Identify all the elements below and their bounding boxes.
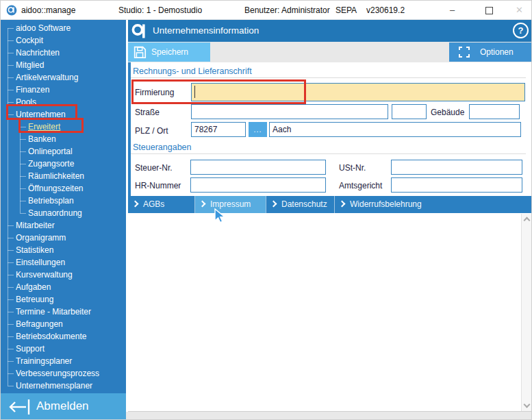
plz-lookup-button[interactable]: ... [249, 122, 267, 137]
maximize-button[interactable] [485, 7, 493, 14]
tab-widerrufsbelehrung[interactable]: Widerrufsbelehrung [335, 196, 430, 213]
sidebar-item-label: Statistiken [16, 245, 53, 255]
tab-label: Widerrufsbelehrung [350, 199, 422, 209]
steuer-nr-input[interactable] [190, 160, 326, 175]
chevron-right-icon [339, 201, 346, 208]
firmierung-input[interactable] [191, 83, 525, 101]
sidebar-item-unternehmen[interactable]: Unternehmen [1, 108, 126, 121]
scroll-down-icon[interactable] [524, 402, 531, 408]
sidebar-item-label: Saunaordnung [28, 208, 82, 218]
help-icon[interactable]: ? [513, 23, 529, 38]
sidebar-item-befragungen[interactable]: Befragungen [1, 318, 126, 330]
logout-button[interactable]: Abmelden [1, 393, 126, 420]
sidebar-item-label: aidoo Software [16, 23, 71, 33]
minimize-button[interactable]: – [450, 5, 455, 15]
app-window: aidoo::manage Studio: 1 - Demostudio Ben… [0, 0, 532, 420]
scroll-up-icon[interactable] [524, 217, 531, 224]
status-strip [126, 412, 532, 420]
sidebar-item-saunaordnung[interactable]: Saunaordnung [1, 207, 126, 219]
sidebar-item-label: Support [16, 344, 45, 354]
firmierung-label: Firmierung [135, 88, 174, 97]
tab-content[interactable] [128, 213, 532, 412]
save-button[interactable]: Speichern [128, 42, 210, 62]
sidebar-item-aufgaben[interactable]: Aufgaben [1, 281, 126, 293]
sidebar-item-onlineportal[interactable]: Onlineportal [1, 145, 126, 158]
sidebar-item-cockpit[interactable]: Cockpit [1, 34, 126, 47]
sidebar-item-label: Betriebsplan [28, 196, 74, 206]
plz-input[interactable] [191, 122, 246, 137]
sidebar-item-label: Organigramm [16, 233, 66, 243]
strasse-input[interactable] [191, 104, 388, 119]
sidebar-item-einstellungen[interactable]: Einstellungen [1, 256, 126, 269]
tab-datenschutz[interactable]: Datenschutz [266, 196, 334, 213]
mouse-cursor [214, 208, 228, 227]
sidebar-item-betreuung[interactable]: Betreuung [1, 293, 126, 306]
tab-separator [194, 196, 195, 213]
sidebar-item-label: Befragungen [16, 319, 63, 329]
sidebar-item-mitglied[interactable]: Mitglied [1, 59, 126, 71]
studio-label: Studio: 1 - Demostudio [118, 5, 202, 15]
sidebar-item-aidoo-software[interactable]: aidoo Software [1, 22, 126, 34]
sidebar-item-label: Öffnungszeiten [28, 184, 84, 193]
sidebar-item-betriebsplan[interactable]: Betriebsplan [1, 195, 126, 207]
sidebar-item-label: Pools [16, 97, 36, 107]
sidebar-item-betriebsdokumente[interactable]: Betriebsdokumente [1, 330, 126, 343]
sidebar-item-artikelverwaltung[interactable]: Artikelverwaltung [1, 71, 126, 84]
sidebar-item-pools[interactable]: Pools [1, 96, 126, 108]
page-title: Unternehmensinformation [153, 25, 259, 36]
sidebar-item-verbesserungsprozess[interactable]: Verbesserungsprozess [1, 367, 126, 380]
back-arrow-icon [6, 397, 31, 419]
hr-nummer-input[interactable] [190, 177, 326, 193]
sidebar-item-label: Betriebsdokumente [16, 332, 86, 341]
ort-input[interactable] [269, 122, 521, 137]
sidebar-item-label: Finanzen [16, 85, 49, 95]
sidebar-item-label: Betreuung [16, 295, 53, 304]
sidebar-item-termine-mitarbeiter[interactable]: Termine - Mitarbeiter [1, 306, 126, 318]
gebaeude-input[interactable] [469, 104, 520, 119]
ust-nr-label: USt-Nr. [339, 163, 366, 173]
page-header: Unternehmensinformation ? [128, 20, 532, 42]
app-title: aidoo::manage [21, 5, 75, 15]
steuer-nr-label: Steuer-Nr. [135, 163, 173, 173]
version-label: v230619.2 [366, 5, 405, 15]
tab-agbs[interactable]: AGBs [128, 196, 194, 213]
strasse-label: Straße [135, 108, 160, 117]
sidebar-item-mitarbeiter[interactable]: Mitarbeiter [1, 219, 126, 232]
tab-bar: AGBsImpressumDatenschutzWiderrufsbelehru… [128, 196, 532, 213]
sidebar-item-label: Erweitert [28, 122, 60, 132]
sidebar-item-erweitert[interactable]: Erweitert [1, 121, 126, 133]
gebaeude-label: Gebäude [431, 108, 464, 117]
sidebar-item-label: Trainingsplaner [16, 356, 72, 366]
section-title-tax: Steuerangaben [133, 143, 192, 152]
sidebar-item-öffnungszeiten[interactable]: Öffnungszeiten [1, 182, 126, 195]
sidebar-item-support[interactable]: Support [1, 343, 126, 355]
tab-label: AGBs [143, 199, 164, 209]
sidebar-item-zugangsorte[interactable]: Zugangsorte [1, 158, 126, 170]
ust-nr-input[interactable] [391, 160, 522, 175]
section-title-address: Rechnungs- und Lieferanschrift [133, 66, 252, 76]
sidebar-item-statistiken[interactable]: Statistiken [1, 244, 126, 256]
sidebar-item-trainingsplaner[interactable]: Trainingsplaner [1, 355, 126, 367]
sidebar-item-organigramm[interactable]: Organigramm [1, 232, 126, 244]
sidebar-item-label: Verbesserungsprozess [16, 369, 99, 378]
tab-label: Datenschutz [281, 199, 327, 209]
tab-impressum[interactable]: Impressum [195, 196, 266, 213]
sidebar-item-label: Termine - Mitarbeiter [16, 307, 91, 317]
sidebar-item-räumlichkeiten[interactable]: Räumlichkeiten [1, 170, 126, 182]
vertical-scrollbar[interactable] [521, 214, 532, 411]
user-label: Benutzer: Administrator [244, 5, 330, 15]
sidebar-item-nachrichten[interactable]: Nachrichten [1, 47, 126, 59]
sidebar-item-label: Einstellungen [16, 258, 65, 267]
options-button[interactable]: Optionen [449, 42, 532, 62]
sidebar-item-unternehmensplaner[interactable]: Unternehmensplaner [1, 380, 126, 392]
chevron-right-icon [270, 201, 277, 208]
chevron-right-icon [132, 201, 139, 208]
sidebar-item-finanzen[interactable]: Finanzen [1, 84, 126, 96]
close-button[interactable]: ✕ [516, 5, 523, 15]
amtsgericht-input[interactable] [391, 177, 522, 193]
sidebar-item-banken[interactable]: Banken [1, 133, 126, 145]
sidebar-item-kursverwaltung[interactable]: Kursverwaltung [1, 269, 126, 281]
strasse-nr-input[interactable] [392, 104, 427, 119]
sidebar-menu: aidoo SoftwareCockpitNachrichtenMitglied… [1, 22, 126, 392]
sidebar-item-label: Banken [28, 134, 56, 144]
